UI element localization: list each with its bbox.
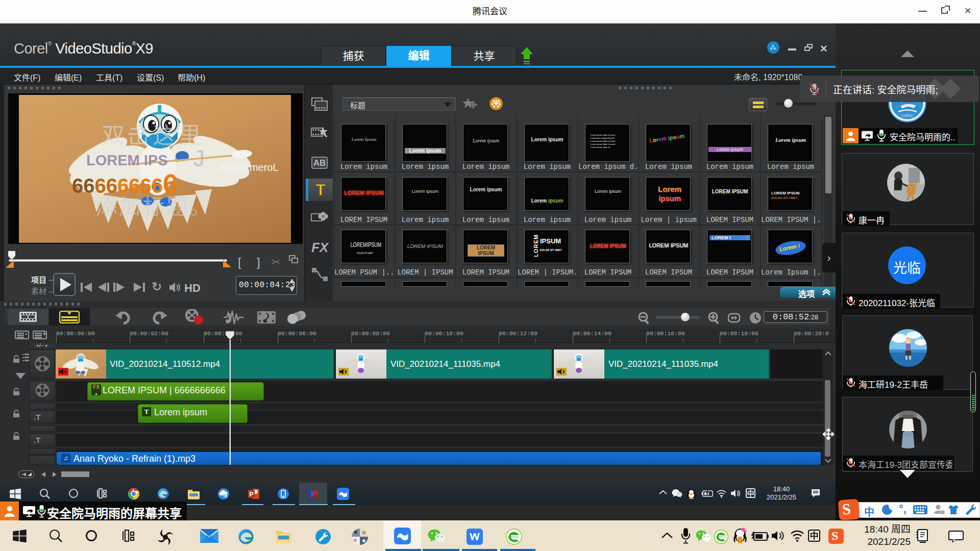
svg-text:T: T [315,182,326,198]
svg-text:10: 10 [940,511,944,514]
svg-text:AB: AB [313,158,326,168]
svg-text:COEDC: COEDC [901,114,914,117]
svg-text:P: P [249,491,253,498]
